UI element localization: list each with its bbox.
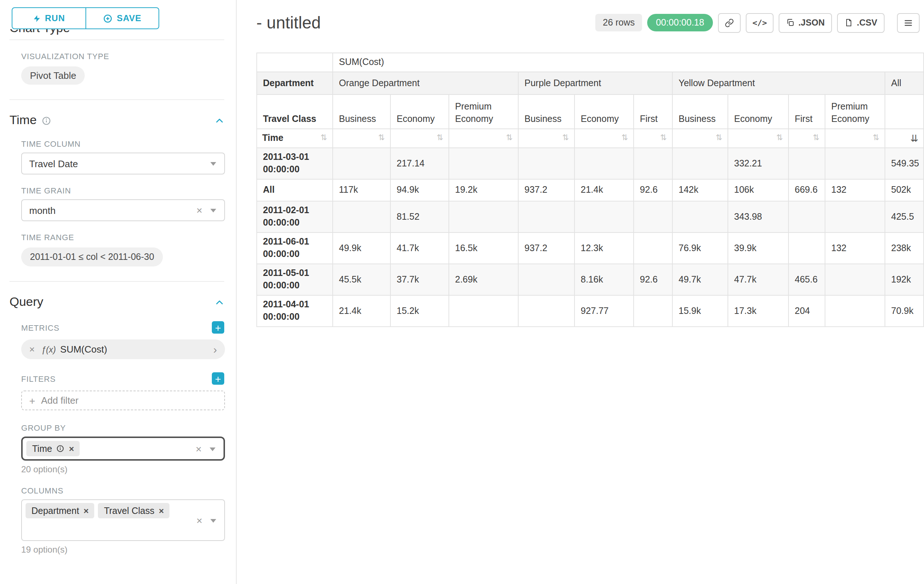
chevron-up-icon[interactable] [215, 116, 224, 125]
pivot-cell: 41.7k [390, 232, 449, 264]
remove-chip-icon[interactable]: × [159, 505, 164, 516]
pivot-table: SUM(Cost) Department Orange Department P… [256, 53, 924, 327]
metric-header-cell: SUM(Cost) [333, 53, 924, 72]
columns-chip-travel-class[interactable]: Travel Class × [98, 503, 170, 518]
sort-cell[interactable]: ⇅ [574, 129, 634, 148]
embed-code-button[interactable]: </> [746, 13, 774, 33]
department-header-row: Department Orange Department Purple Depa… [257, 72, 924, 95]
sort-icon[interactable]: ⇅ [813, 133, 820, 144]
time-section-title: Time [10, 113, 36, 128]
sort-icon[interactable]: ⇅ [716, 133, 723, 144]
more-options-button[interactable] [897, 13, 920, 33]
pivot-cell: 47.7k [728, 264, 789, 295]
pivot-cell [634, 295, 672, 327]
run-button[interactable]: RUN [12, 7, 86, 29]
sort-icon[interactable]: ⇅ [378, 133, 385, 144]
group-by-chip-time[interactable]: Time × [26, 441, 80, 456]
group-by-options-hint: 20 option(s) [21, 464, 224, 474]
time-grain-select[interactable]: month × [21, 199, 225, 221]
col-header: First [789, 95, 825, 129]
info-icon [42, 116, 51, 125]
sort-icon[interactable]: ⇅ [873, 133, 879, 144]
group-by-select[interactable]: Time × × [21, 436, 225, 461]
metric-item[interactable]: × ƒ(x) SUM(Cost) › [21, 339, 225, 359]
sort-desc-icon[interactable]: ⇊ [910, 132, 918, 145]
collapse-icon-fragment [214, 29, 224, 36]
pivot-cell: 937.2 [518, 179, 574, 201]
query-section-header[interactable]: Query [10, 295, 224, 309]
time-column-select[interactable]: Travel Date [21, 153, 225, 174]
columns-chip-department[interactable]: Department × [26, 503, 95, 518]
divider [10, 39, 224, 40]
pivot-cell [789, 232, 825, 264]
pivot-cell [672, 148, 728, 179]
sort-cell[interactable]: ⇅ [333, 129, 390, 148]
sort-cell[interactable]: ⇅ [390, 129, 449, 148]
file-icon [845, 18, 853, 27]
clear-icon[interactable]: × [196, 444, 201, 454]
clear-icon[interactable]: × [196, 205, 202, 216]
sort-icon[interactable]: ⇅ [321, 133, 327, 144]
export-csv-button[interactable]: .CSV [837, 13, 884, 33]
add-metric-button[interactable]: + [212, 321, 224, 334]
link-icon [724, 18, 734, 27]
export-json-button[interactable]: .JSON [779, 13, 832, 33]
save-button[interactable]: SAVE [86, 7, 159, 29]
columns-select[interactable]: Department × Travel Class × × [21, 499, 225, 541]
remove-chip-icon[interactable]: × [69, 444, 74, 454]
pivot-cell [634, 232, 672, 264]
pivot-cell [789, 148, 825, 179]
query-section-title: Query [10, 295, 43, 309]
plus-icon: + [29, 395, 35, 406]
time-row-header-label: Time [262, 132, 284, 145]
visualization-type-label: VISUALIZATION TYPE [21, 52, 224, 61]
filters-label: FILTERS [21, 374, 56, 383]
sort-icon[interactable]: ⇅ [622, 133, 628, 144]
copy-link-button[interactable] [718, 13, 741, 33]
caret-down-icon [210, 162, 216, 166]
sort-cell[interactable]: ⇅ [449, 129, 518, 148]
chart-title[interactable]: - untitled [256, 13, 596, 33]
pivot-cell [333, 148, 390, 179]
pivot-cell: 549.35 [885, 148, 924, 179]
sort-cell[interactable]: ⇅ [825, 129, 885, 148]
pivot-cell: 217.14 [390, 148, 449, 179]
pivot-cell: 15.9k [672, 295, 728, 327]
pivot-cell: 21.4k [333, 295, 390, 327]
time-grain-value: month [29, 205, 56, 216]
remove-chip-icon[interactable]: × [84, 505, 89, 516]
plus-circle-icon [103, 13, 112, 23]
clear-icon[interactable]: × [196, 515, 202, 525]
chevron-right-icon: › [213, 343, 217, 355]
pivot-cell: 425.5 [885, 201, 924, 232]
sort-cell[interactable]: ⇅ [634, 129, 672, 148]
col-header: Premium Economy [449, 95, 518, 129]
pivot-row: 2011-06-01 00:00:00 49.9k 41.7k 16.5k 93… [257, 232, 924, 264]
add-filter-plus-button[interactable]: + [212, 372, 224, 385]
add-filter-button[interactable]: + Add filter [21, 391, 225, 410]
remove-metric-icon[interactable]: × [29, 344, 35, 355]
sort-cell[interactable]: ⇊ [885, 129, 924, 148]
sort-cell[interactable]: ⇅ [672, 129, 728, 148]
sort-icon[interactable]: ⇅ [776, 133, 783, 144]
time-range-pill[interactable]: 2011-01-01 ≤ col < 2011-06-30 [21, 247, 163, 267]
time-sort-header[interactable]: Time ⇅ [257, 129, 333, 148]
sort-icon[interactable]: ⇅ [660, 133, 667, 144]
col-header: Economy [574, 95, 634, 129]
sort-cell[interactable]: ⇅ [789, 129, 825, 148]
sort-cell[interactable]: ⇅ [518, 129, 574, 148]
time-section-header[interactable]: Time [10, 113, 224, 128]
pivot-cell: 669.6 [789, 179, 825, 201]
chevron-up-icon[interactable] [215, 298, 224, 307]
pivot-cell: 192k [885, 264, 924, 295]
sort-icon[interactable]: ⇅ [506, 133, 513, 144]
time-column-label: TIME COLUMN [21, 140, 224, 148]
sort-cell[interactable]: ⇅ [728, 129, 789, 148]
row-label: 2011-02-01 00:00:00 [257, 201, 333, 232]
sort-icon[interactable]: ⇅ [437, 133, 443, 144]
pivot-cell [333, 201, 390, 232]
sort-icon[interactable]: ⇅ [563, 133, 569, 144]
col-header: First [634, 95, 672, 129]
viz-type-pill[interactable]: Pivot Table [21, 66, 85, 85]
save-button-label: SAVE [117, 13, 142, 23]
